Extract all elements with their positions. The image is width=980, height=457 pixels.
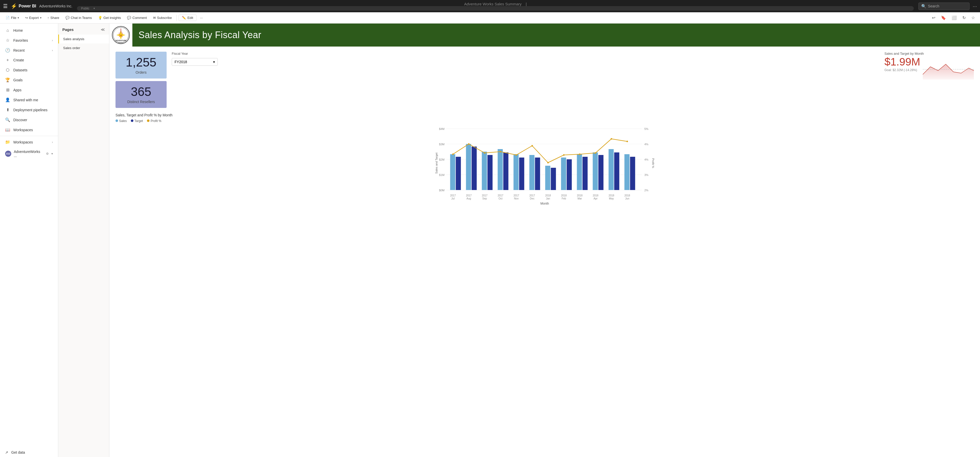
get-data-icon: ↗ <box>5 451 8 454</box>
orders-kpi: 1,255 Orders <box>116 52 167 78</box>
sidebar-item-shared[interactable]: 👤 Shared with me <box>0 95 58 105</box>
legend-target: Target <box>131 119 143 123</box>
more-options-icon[interactable]: ··· <box>973 3 977 9</box>
toolbar-right-actions: ↩ 🔖 ⬜ ↻ ☆ <box>930 14 977 21</box>
refresh-button[interactable]: ↻ <box>960 14 968 21</box>
bar-target-1[interactable] <box>456 157 461 190</box>
report-title-bar: Adventure Works Sales Summary | Public ▾ <box>75 2 915 11</box>
svg-text:Feb: Feb <box>562 197 566 200</box>
profit-dot-8 <box>563 154 565 156</box>
public-badge[interactable]: Public ▾ <box>77 6 914 11</box>
sidebar-item-learn[interactable]: 📖 Workspaces <box>0 125 58 135</box>
bar-target-8[interactable] <box>567 159 572 190</box>
sidebar-item-goals[interactable]: 🏆 Goals <box>0 75 58 85</box>
bar-sales-7[interactable] <box>545 166 550 190</box>
sidebar-item-home[interactable]: ⌂ Home <box>0 26 58 35</box>
chevron-down-icon: ▾ <box>40 16 41 19</box>
sidebar-item-favorites[interactable]: ☆ Favorites › <box>0 35 58 45</box>
bar-sales-4[interactable] <box>498 149 503 190</box>
svg-text:5%: 5% <box>644 127 649 130</box>
bar-target-9[interactable] <box>582 157 588 190</box>
fiscal-year-panel: Fiscal Year FY2018 ▾ <box>172 52 879 66</box>
bar-target-2[interactable] <box>472 147 477 190</box>
main-chart: $4M $3M $2M $1M $0M 5% 4% 4% 3% 2% Sales… <box>116 125 974 207</box>
comment-button[interactable]: 💬 Comment <box>124 15 149 21</box>
sidebar-item-adventureworks[interactable]: AW AdventureWorks ... ⚙ ▾ <box>0 147 58 160</box>
adventure-works-logo: ADVENTURE WORKS <box>112 26 130 44</box>
bar-target-3[interactable] <box>488 155 493 190</box>
undo-button[interactable]: ↩ <box>930 14 937 21</box>
svg-text:Jul: Jul <box>451 197 455 200</box>
svg-text:Sales and Target: Sales and Target <box>435 152 438 173</box>
fit-button[interactable]: ⬜ <box>950 14 959 21</box>
org-name: AdventureWorks Inc. <box>39 4 72 8</box>
bar-sales-3[interactable] <box>482 152 487 190</box>
svg-text:May: May <box>609 197 614 200</box>
sales-target-panel: Sales and Target by Month $1.99M Goal: $… <box>885 52 974 80</box>
sidebar-item-deployment[interactable]: ⬆ Deployment pipelines <box>0 105 58 115</box>
edit-button[interactable]: ✏️ Edit <box>179 14 196 21</box>
favorite-button[interactable]: ☆ <box>969 14 977 21</box>
subscribe-button[interactable]: ✉ Subscribe <box>151 15 175 21</box>
bar-target-6[interactable] <box>535 158 540 190</box>
svg-text:2018: 2018 <box>561 194 567 197</box>
goals-icon: 🏆 <box>5 77 10 82</box>
sidebar-item-recent[interactable]: 🕐 Recent › <box>0 45 58 55</box>
svg-text:$2M: $2M <box>439 158 444 161</box>
get-data-button[interactable]: ↗ Get data <box>0 448 58 457</box>
fiscal-year-value: FY2018 <box>175 60 187 64</box>
toolbar: 📄 File ▾ ↪ Export ▾ ↑ Share 💬 Chat in Te… <box>0 12 980 24</box>
search-box[interactable]: 🔍 <box>918 3 969 10</box>
search-input[interactable] <box>928 4 967 8</box>
bar-target-4[interactable] <box>503 152 509 190</box>
sidebar-item-workspaces[interactable]: 📁 Workspaces › <box>0 137 58 147</box>
fiscal-year-select[interactable]: FY2018 ▾ <box>172 58 218 66</box>
insights-icon: 💡 <box>98 16 102 20</box>
bar-target-12[interactable] <box>630 157 635 190</box>
sidebar-item-discover[interactable]: 🔍 Discover <box>0 115 58 125</box>
bar-target-7[interactable] <box>551 168 556 190</box>
sidebar-item-apps[interactable]: ⊞ Apps <box>0 85 58 95</box>
bar-sales-6[interactable] <box>530 155 535 190</box>
bar-target-11[interactable] <box>614 152 619 190</box>
svg-text:$4M: $4M <box>439 127 444 130</box>
bar-sales-11[interactable] <box>609 149 614 190</box>
nav-top: ⌂ Home ☆ Favorites › 🕐 Recent › + Create… <box>0 24 58 162</box>
bar-target-10[interactable] <box>598 155 604 190</box>
bookmark-button[interactable]: 🔖 <box>939 14 948 21</box>
bar-sales-1[interactable] <box>450 154 455 190</box>
bar-sales-8[interactable] <box>561 158 566 190</box>
chevron-down-icon: ▾ <box>51 152 53 155</box>
file-button[interactable]: 📄 File ▾ <box>3 15 21 21</box>
bar-sales-5[interactable] <box>514 154 519 190</box>
collapse-pages-button[interactable]: ≪ <box>101 27 105 32</box>
bar-sales-9[interactable] <box>577 154 582 190</box>
bar-sales-2[interactable] <box>466 144 471 190</box>
share-button[interactable]: ↑ Share <box>45 15 62 21</box>
chat-in-teams-button[interactable]: 💬 Chat in Teams <box>63 15 95 21</box>
report-logo-area: ADVENTURE WORKS <box>109 24 132 46</box>
bar-target-5[interactable] <box>519 158 524 190</box>
resellers-kpi: 365 Distinct Resellers <box>116 81 167 108</box>
sidebar-item-label: Discover <box>13 118 27 122</box>
apps-icon: ⊞ <box>5 88 10 92</box>
bar-sales-10[interactable] <box>593 152 598 190</box>
get-insights-button[interactable]: 💡 Get insights <box>95 15 124 21</box>
export-button[interactable]: ↪ Export ▾ <box>22 15 44 21</box>
report-body: 1,255 Orders 365 Distinct Resellers <box>109 46 980 213</box>
sidebar-item-label: Home <box>13 29 23 32</box>
sidebar-item-label: Goals <box>13 78 23 82</box>
sidebar-item-create[interactable]: + Create <box>0 55 58 65</box>
bar-sales-12[interactable] <box>625 154 630 190</box>
sidebar-item-datasets[interactable]: ⬡ Datasets <box>0 65 58 75</box>
page-item-sales-order[interactable]: Sales order <box>58 43 109 53</box>
chevron-down-icon: ▾ <box>18 16 19 19</box>
hamburger-button[interactable]: ☰ <box>3 3 8 9</box>
favorites-icon: ☆ <box>5 38 10 43</box>
more-button[interactable]: ··· <box>197 15 205 21</box>
svg-text:2018: 2018 <box>608 194 614 197</box>
file-icon: 📄 <box>6 16 10 20</box>
profit-dot-12 <box>627 141 628 142</box>
comment-icon: 💬 <box>127 16 131 20</box>
page-item-sales-analysis[interactable]: Sales analysis <box>58 35 109 43</box>
